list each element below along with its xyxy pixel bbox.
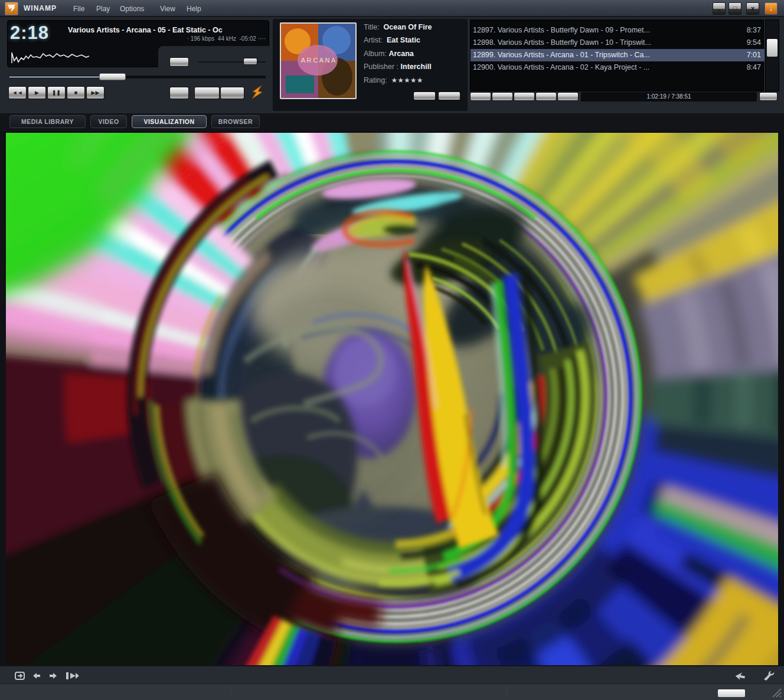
- svg-text:A R C A N A: A R C A N A: [301, 57, 336, 64]
